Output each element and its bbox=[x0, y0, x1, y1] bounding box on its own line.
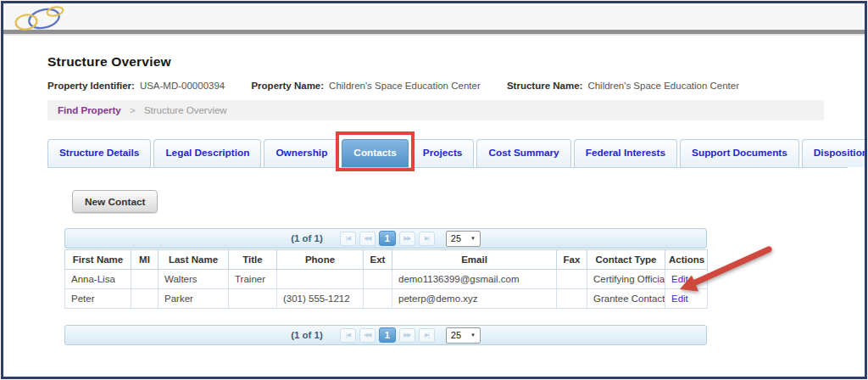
paginator-first-icon[interactable]: |◀ bbox=[340, 232, 356, 246]
cell-phone: (301) 555-1212 bbox=[277, 289, 364, 309]
breadcrumb-separator: > bbox=[130, 105, 136, 115]
cell-contact-type: Grantee Contact bbox=[587, 289, 665, 309]
cell-email: peterp@demo.xyz bbox=[392, 289, 557, 309]
col-email: Email bbox=[392, 250, 557, 270]
cell-last-name: Walters bbox=[159, 270, 229, 289]
tab-structure-details[interactable]: Structure Details bbox=[47, 139, 151, 167]
page-size-select[interactable]: 25 ▼ bbox=[446, 327, 481, 344]
col-actions: Actions bbox=[665, 250, 708, 270]
page-size-select[interactable]: 25 ▼ bbox=[446, 231, 481, 247]
structure-name: Structure Name:Children's Space Educatio… bbox=[507, 81, 739, 91]
paginator-next-icon[interactable]: ▶▶ bbox=[399, 232, 415, 246]
paginator-last-icon[interactable]: ▶| bbox=[419, 232, 435, 246]
property-name: Property Name:Children's Space Education… bbox=[251, 81, 480, 91]
table-header-row: First Name MI Last Name Title Phone Ext … bbox=[65, 250, 708, 270]
property-identifier: Property Identifier:USA-MD-00000394 bbox=[47, 81, 225, 91]
main-content: Structure Overview Property Identifier:U… bbox=[3, 54, 865, 345]
property-meta-line: Property Identifier:USA-MD-00000394 Prop… bbox=[47, 81, 848, 91]
paginator-next-icon[interactable]: ▶▶ bbox=[399, 328, 415, 343]
cell-title bbox=[229, 289, 277, 309]
col-phone: Phone bbox=[277, 250, 364, 270]
tab-federal-interests[interactable]: Federal Interests bbox=[574, 139, 677, 167]
tab-bar: Structure Details Legal Description Owne… bbox=[47, 139, 848, 168]
table-row: Anna-Lisa Walters Trainer demo1136399@gs… bbox=[65, 270, 708, 289]
cell-mi bbox=[131, 289, 159, 309]
col-contact-type: Contact Type bbox=[587, 250, 665, 270]
edit-link-row-1[interactable]: Edit bbox=[671, 274, 688, 284]
cell-actions: Edit bbox=[665, 289, 708, 309]
app-logo-rings-icon bbox=[12, 6, 68, 31]
cell-ext bbox=[364, 270, 392, 289]
paginator-page-button[interactable]: 1 bbox=[379, 327, 396, 343]
breadcrumb-current: Structure Overview bbox=[144, 105, 227, 115]
page-size-value: 25 bbox=[451, 233, 461, 243]
paginator-prev-icon[interactable]: ◀◀ bbox=[359, 328, 376, 343]
cell-first-name: Anna-Lisa bbox=[65, 270, 131, 289]
tab-projects[interactable]: Projects bbox=[411, 139, 475, 167]
cell-mi bbox=[131, 270, 159, 289]
breadcrumb: Find Property > Structure Overview bbox=[47, 100, 824, 120]
paginator-first-icon[interactable]: |◀ bbox=[340, 328, 356, 343]
table-row: Peter Parker (301) 555-1212 peterp@demo.… bbox=[65, 289, 708, 309]
cell-contact-type: Certifying Official bbox=[587, 270, 665, 289]
paginator-status: (1 of 1) bbox=[291, 330, 323, 340]
breadcrumb-link-find-property[interactable]: Find Property bbox=[58, 105, 121, 115]
col-last-name: Last Name bbox=[159, 250, 229, 270]
cell-title: Trainer bbox=[229, 270, 277, 289]
contacts-table: First Name MI Last Name Title Phone Ext … bbox=[64, 249, 708, 309]
cell-ext bbox=[364, 289, 392, 309]
tab-contacts[interactable]: Contacts bbox=[342, 139, 408, 167]
new-contact-button[interactable]: New Contact bbox=[72, 190, 158, 213]
app-header bbox=[3, 3, 865, 34]
chevron-down-icon: ▼ bbox=[470, 236, 476, 241]
col-mi: MI bbox=[131, 250, 159, 270]
cell-fax bbox=[557, 270, 587, 289]
cell-last-name: Parker bbox=[159, 289, 229, 309]
page-size-value: 25 bbox=[451, 330, 461, 340]
contacts-datatable: (1 of 1) |◀ ◀◀ 1 ▶▶ ▶| 25 ▼ bbox=[64, 228, 707, 345]
paginator-last-icon[interactable]: ▶| bbox=[419, 328, 435, 343]
tab-ownership[interactable]: Ownership bbox=[264, 139, 339, 167]
tab-legal-description[interactable]: Legal Description bbox=[153, 139, 261, 167]
paginator-prev-icon[interactable]: ◀◀ bbox=[359, 232, 376, 246]
tab-support-documents[interactable]: Support Documents bbox=[680, 139, 799, 167]
structure-overview-page: Structure Overview Property Identifier:U… bbox=[1, 1, 867, 379]
cell-first-name: Peter bbox=[65, 289, 131, 309]
cell-phone bbox=[277, 270, 364, 289]
tab-dispositions[interactable]: Dispositions bbox=[802, 139, 867, 167]
paginator-status: (1 of 1) bbox=[291, 233, 323, 243]
page-title: Structure Overview bbox=[47, 54, 848, 70]
cell-actions: Edit bbox=[665, 270, 708, 289]
col-fax: Fax bbox=[557, 250, 587, 270]
paginator-top: (1 of 1) |◀ ◀◀ 1 ▶▶ ▶| 25 ▼ bbox=[64, 228, 707, 249]
col-first-name: First Name bbox=[65, 250, 131, 270]
chevron-down-icon: ▼ bbox=[470, 332, 476, 338]
edit-link-row-2[interactable]: Edit bbox=[671, 293, 688, 304]
cell-fax bbox=[557, 289, 587, 309]
paginator-bottom: (1 of 1) |◀ ◀◀ 1 ▶▶ ▶| 25 ▼ bbox=[64, 325, 707, 345]
tab-cost-summary[interactable]: Cost Summary bbox=[476, 139, 570, 167]
col-title: Title bbox=[229, 250, 277, 270]
paginator-page-button[interactable]: 1 bbox=[379, 231, 396, 246]
cell-email: demo1136399@gsmail.com bbox=[392, 270, 557, 289]
col-ext: Ext bbox=[364, 250, 392, 270]
